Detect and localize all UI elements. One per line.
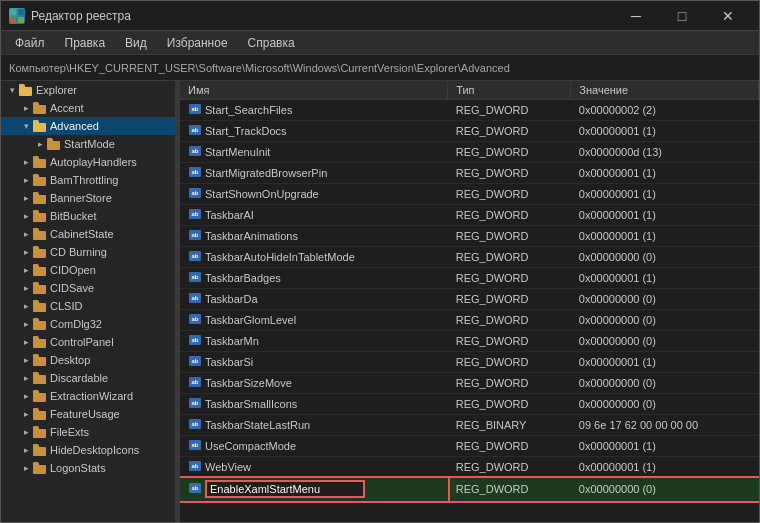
close-button[interactable]: ✕ bbox=[705, 1, 751, 31]
menu-favorites[interactable]: Избранное bbox=[157, 34, 238, 52]
tree-item[interactable]: ▸StartMode bbox=[1, 135, 175, 153]
registry-name-cell: ab TaskbarSmallIcons bbox=[180, 394, 448, 415]
folder-icon bbox=[33, 463, 47, 474]
tree-item[interactable]: ▾Explorer bbox=[1, 81, 175, 99]
registry-name-text: TaskbarDa bbox=[205, 293, 258, 305]
registry-type-cell: REG_DWORD bbox=[448, 457, 571, 478]
tree-item[interactable]: ▸CD Burning bbox=[1, 243, 175, 261]
tree-item-label: Desktop bbox=[50, 354, 90, 366]
registry-type-cell: REG_DWORD bbox=[448, 121, 571, 142]
table-row[interactable]: ab Start_SearchFilesREG_DWORD0x00000002 … bbox=[180, 100, 759, 121]
menu-help[interactable]: Справка bbox=[238, 34, 305, 52]
registry-type-cell: REG_DWORD bbox=[448, 205, 571, 226]
tree-item-label: Advanced bbox=[50, 120, 99, 132]
reg-value-icon: ab bbox=[188, 123, 202, 139]
tree-item[interactable]: ▸HideDesktopIcons bbox=[1, 441, 175, 459]
window-title: Редактор реестра bbox=[31, 9, 613, 23]
registry-name-text: TaskbarSmallIcons bbox=[205, 398, 297, 410]
registry-name-text: TaskbarGlomLevel bbox=[205, 314, 296, 326]
tree-item[interactable]: ▸Accent bbox=[1, 99, 175, 117]
menu-file[interactable]: Файл bbox=[5, 34, 55, 52]
table-row[interactable]: ab TaskbarSmallIconsREG_DWORD0x00000000 … bbox=[180, 394, 759, 415]
table-row[interactable]: ab TaskbarAutoHideInTabletModeREG_DWORD0… bbox=[180, 247, 759, 268]
tree-item[interactable]: ▸BamThrottling bbox=[1, 171, 175, 189]
menu-edit[interactable]: Правка bbox=[55, 34, 116, 52]
tree-item-label: BitBucket bbox=[50, 210, 96, 222]
table-row[interactable]: ab TaskbarBadgesREG_DWORD0x00000001 (1) bbox=[180, 268, 759, 289]
tree-item-label: CD Burning bbox=[50, 246, 107, 258]
table-row[interactable]: ab TaskbarGlomLevelREG_DWORD0x00000000 (… bbox=[180, 310, 759, 331]
registry-name-cell: ab TaskbarDa bbox=[180, 289, 448, 310]
reg-value-icon: ab bbox=[188, 481, 202, 497]
tree-item[interactable]: ▸Discardable bbox=[1, 369, 175, 387]
svg-text:ab: ab bbox=[191, 232, 198, 238]
table-row[interactable]: ab TaskbarAIREG_DWORD0x00000001 (1) bbox=[180, 205, 759, 226]
tree-item[interactable]: ▸CIDSave bbox=[1, 279, 175, 297]
registry-value-cell: 0x00000001 (1) bbox=[571, 226, 759, 247]
table-row[interactable]: ab REG_DWORD0x00000000 (0) bbox=[180, 478, 759, 501]
table-row[interactable]: ab TaskbarStateLastRunREG_BINARY09 6e 17… bbox=[180, 415, 759, 436]
registry-name-input[interactable] bbox=[205, 480, 365, 498]
table-row[interactable]: ab StartShownOnUpgradeREG_DWORD0x0000000… bbox=[180, 184, 759, 205]
folder-icon bbox=[33, 337, 47, 348]
minimize-button[interactable]: ─ bbox=[613, 1, 659, 31]
reg-value-icon: ab bbox=[188, 165, 202, 181]
tree-item[interactable]: ▸CabinetState bbox=[1, 225, 175, 243]
reg-value-icon: ab bbox=[188, 438, 202, 454]
table-row[interactable]: ab TaskbarDaREG_DWORD0x00000000 (0) bbox=[180, 289, 759, 310]
table-row[interactable]: ab TaskbarSizeMoveREG_DWORD0x00000000 (0… bbox=[180, 373, 759, 394]
folder-icon bbox=[33, 319, 47, 330]
svg-text:ab: ab bbox=[191, 295, 198, 301]
tree-pane[interactable]: ▾Explorer▸Accent▾Advanced▸StartMode▸Auto… bbox=[1, 81, 176, 522]
registry-value-cell: 0x00000001 (1) bbox=[571, 436, 759, 457]
table-row[interactable]: ab Start_TrackDocsREG_DWORD0x00000001 (1… bbox=[180, 121, 759, 142]
tree-item[interactable]: ▸LogonStats bbox=[1, 459, 175, 477]
table-row[interactable]: ab StartMenuInitREG_DWORD0x0000000d (13) bbox=[180, 142, 759, 163]
tree-item[interactable]: ▸FileExts bbox=[1, 423, 175, 441]
tree-item-label: ControlPanel bbox=[50, 336, 114, 348]
tree-item[interactable]: ▸BannerStore bbox=[1, 189, 175, 207]
col-name: Имя bbox=[180, 81, 448, 100]
registry-value-cell: 0x00000001 (1) bbox=[571, 205, 759, 226]
registry-name-cell: ab StartMenuInit bbox=[180, 142, 448, 163]
registry-type-cell: REG_BINARY bbox=[448, 415, 571, 436]
tree-item[interactable]: ▸CLSID bbox=[1, 297, 175, 315]
table-row[interactable]: ab TaskbarAnimationsREG_DWORD0x00000001 … bbox=[180, 226, 759, 247]
menu-view[interactable]: Вид bbox=[115, 34, 157, 52]
registry-name-cell: ab TaskbarBadges bbox=[180, 268, 448, 289]
registry-value-cell: 0x00000000 (0) bbox=[571, 310, 759, 331]
reg-value-icon: ab bbox=[188, 354, 202, 370]
registry-type-cell: REG_DWORD bbox=[448, 373, 571, 394]
tree-item[interactable]: ▾Advanced bbox=[1, 117, 175, 135]
tree-item[interactable]: ▸BitBucket bbox=[1, 207, 175, 225]
table-row[interactable]: ab WebViewREG_DWORD0x00000001 (1) bbox=[180, 457, 759, 478]
tree-item[interactable]: ▸AutoplayHandlers bbox=[1, 153, 175, 171]
reg-value-icon: ab bbox=[188, 270, 202, 286]
table-row[interactable]: ab TaskbarMnREG_DWORD0x00000000 (0) bbox=[180, 331, 759, 352]
folder-icon bbox=[33, 157, 47, 168]
tree-item[interactable]: ▸FeatureUsage bbox=[1, 405, 175, 423]
maximize-button[interactable]: □ bbox=[659, 1, 705, 31]
registry-value-cell: 0x00000000 (0) bbox=[571, 289, 759, 310]
table-row[interactable]: ab StartMigratedBrowserPinREG_DWORD0x000… bbox=[180, 163, 759, 184]
registry-name-text: TaskbarAutoHideInTabletMode bbox=[205, 251, 355, 263]
tree-item[interactable]: ▸ControlPanel bbox=[1, 333, 175, 351]
registry-value-cell: 0x00000001 (1) bbox=[571, 457, 759, 478]
registry-name-cell: ab Start_SearchFiles bbox=[180, 100, 448, 121]
table-row[interactable]: ab TaskbarSiREG_DWORD0x00000001 (1) bbox=[180, 352, 759, 373]
tree-item-label: ComDlg32 bbox=[50, 318, 102, 330]
svg-text:ab: ab bbox=[191, 316, 198, 322]
folder-icon bbox=[33, 445, 47, 456]
tree-item-label: AutoplayHandlers bbox=[50, 156, 137, 168]
tree-item[interactable]: ▸CIDOpen bbox=[1, 261, 175, 279]
tree-item[interactable]: ▸Desktop bbox=[1, 351, 175, 369]
tree-item[interactable]: ▸ExtractionWizard bbox=[1, 387, 175, 405]
registry-name-cell: ab StartShownOnUpgrade bbox=[180, 184, 448, 205]
table-row[interactable]: ab UseCompactModeREG_DWORD0x00000001 (1) bbox=[180, 436, 759, 457]
registry-name-text: TaskbarSizeMove bbox=[205, 377, 292, 389]
folder-icon bbox=[33, 103, 47, 114]
reg-value-icon: ab bbox=[188, 396, 202, 412]
content-pane[interactable]: Имя Тип Значение ab Start_SearchFilesREG… bbox=[180, 81, 759, 522]
registry-value-cell: 0x00000000 (0) bbox=[571, 478, 759, 501]
tree-item[interactable]: ▸ComDlg32 bbox=[1, 315, 175, 333]
